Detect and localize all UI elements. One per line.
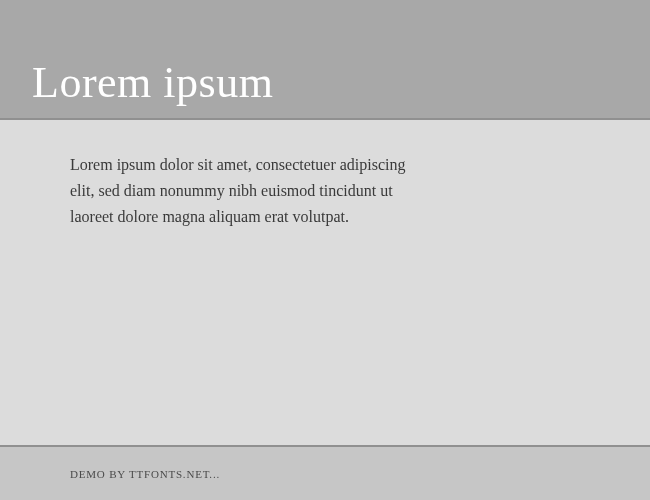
- body-paragraph: Lorem ipsum dolor sit amet, consectetuer…: [70, 152, 410, 230]
- footer-bar: DEMO BY TTFONTS.NET...: [0, 445, 650, 500]
- page-title: Lorem ipsum: [32, 57, 273, 108]
- footer-credit: DEMO BY TTFONTS.NET...: [70, 468, 220, 480]
- content-area: Lorem ipsum dolor sit amet, consectetuer…: [0, 120, 650, 445]
- header-banner: Lorem ipsum: [0, 0, 650, 120]
